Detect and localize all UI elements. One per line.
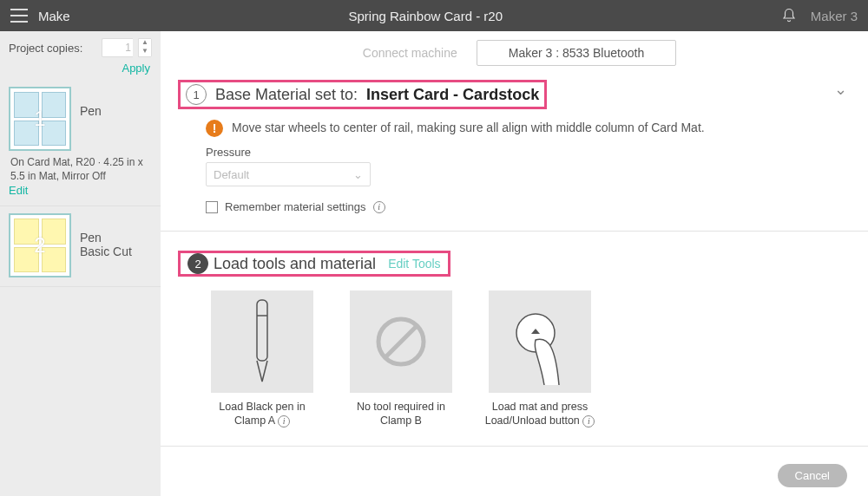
step-1-section: 1 Base Material set to: Insert Card - Ca… (161, 76, 868, 232)
no-tool-icon (350, 290, 452, 393)
main-panel: Connect machine Maker 3 : 8533 Bluetooth… (161, 31, 868, 496)
step-2-section: 2 Load tools and material Edit Tools (161, 247, 868, 447)
copies-row: Project copies: ▲▼ (0, 31, 161, 61)
pen-icon (211, 290, 313, 393)
copies-spinner[interactable]: ▲▼ (138, 38, 152, 57)
mat-item-2[interactable]: 2 Pen Basic Cut (0, 206, 161, 287)
load-button-icon (489, 290, 591, 393)
tools-row: Load Black pen in Clamp A i No tool requ… (178, 280, 816, 428)
edit-tools-link[interactable]: Edit Tools (388, 257, 440, 271)
info-icon[interactable]: i (278, 415, 290, 427)
tool-clamp-a: Load Black pen in Clamp A i (206, 290, 319, 428)
mat-ops: Pen Basic Cut (80, 213, 132, 258)
mat-caption: On Card Mat, R20 · 4.25 in x 5.5 in Mat,… (9, 151, 152, 183)
mat-number: 1 (34, 107, 45, 131)
mat-thumbnail-2: 2 (9, 213, 71, 277)
svg-rect-0 (257, 300, 267, 361)
warning-row: ! Move star wheels to center of rail, ma… (178, 113, 733, 146)
bell-icon[interactable] (781, 8, 797, 23)
copies-label: Project copies: (9, 42, 96, 55)
copies-input[interactable] (102, 38, 133, 57)
brand-label: Make (38, 9, 70, 23)
remember-row: Remember material settings i (178, 186, 816, 213)
warning-text: Move star wheels to center of rail, maki… (232, 120, 705, 135)
svg-line-3 (385, 326, 417, 357)
menu-icon[interactable] (10, 9, 28, 23)
project-title: Spring Rainbow Card - r20 (70, 9, 781, 23)
topbar: Make Spring Rainbow Card - r20 Maker 3 (0, 0, 868, 31)
step-number-2: 2 (187, 253, 208, 274)
step-1-title: Base Material set to: Insert Card - Card… (215, 86, 539, 104)
tool-load-mat: Load mat and press Load/Unload button i (483, 290, 596, 428)
step-2-highlight: 2 Load tools and material Edit Tools (178, 251, 450, 277)
step-1-highlight: 1 Base Material set to: Insert Card - Ca… (178, 80, 547, 109)
pressure-label: Pressure (206, 146, 816, 159)
device-label: Maker 3 (811, 9, 858, 23)
pressure-select[interactable]: Default ⌄ (206, 162, 371, 186)
machine-selector[interactable]: Maker 3 : 8533 Bluetooth (477, 40, 676, 66)
remember-label: Remember material settings (225, 200, 366, 213)
mat-thumbnail-1: 1 (9, 87, 71, 151)
sidebar: Project copies: ▲▼ Apply 1 Pen On Card M… (0, 31, 161, 496)
edit-mat-link[interactable]: Edit (9, 184, 28, 197)
step-2-header: 2 Load tools and material Edit Tools (178, 247, 816, 280)
tool-caption: Load mat and press Load/Unload button i (483, 400, 596, 428)
info-icon[interactable]: i (373, 201, 385, 213)
connect-machine-link[interactable]: Connect machine (352, 41, 468, 65)
cancel-button[interactable]: Cancel (778, 464, 847, 487)
mat-ops: Pen (80, 87, 102, 118)
mat-item-1[interactable]: 1 Pen On Card Mat, R20 · 4.25 in x 5.5 i… (0, 80, 161, 206)
info-icon[interactable]: i (582, 415, 595, 427)
step-1-header[interactable]: 1 Base Material set to: Insert Card - Ca… (178, 76, 816, 113)
tool-clamp-b: No tool required in Clamp B (345, 290, 457, 428)
step-2-title: Load tools and material (214, 255, 376, 273)
warning-icon: ! (206, 120, 223, 137)
main-header: Connect machine Maker 3 : 8533 Bluetooth (161, 31, 868, 76)
remember-checkbox[interactable] (206, 201, 218, 213)
step-number-1: 1 (186, 84, 207, 105)
tool-caption: Load Black pen in Clamp A i (206, 400, 319, 428)
mat-number: 2 (34, 233, 45, 258)
tool-caption: No tool required in Clamp B (345, 400, 457, 428)
apply-button[interactable]: Apply (122, 62, 150, 75)
chevron-down-icon[interactable]: ⌄ (834, 80, 847, 99)
chevron-down-icon: ⌄ (353, 168, 363, 181)
